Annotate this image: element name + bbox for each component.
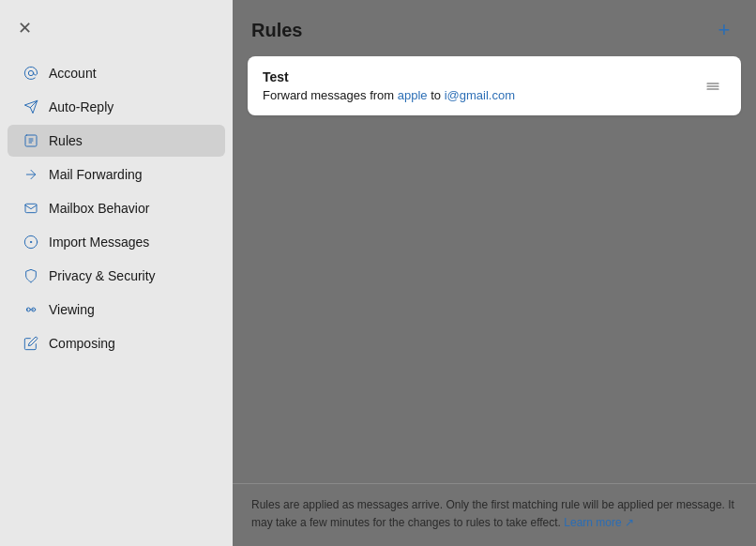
- sidebar-label-privacy-security: Privacy & Security: [49, 268, 156, 283]
- sidebar-item-rules[interactable]: Rules: [8, 125, 225, 157]
- mailbox-icon: [23, 200, 39, 217]
- sidebar-label-composing: Composing: [49, 336, 115, 351]
- sidebar-item-account[interactable]: Account: [8, 57, 225, 89]
- send-icon: [23, 99, 39, 115]
- footer-text: Rules are applied as messages arrive. On…: [251, 498, 734, 529]
- main-footer: Rules are applied as messages arrive. On…: [233, 483, 756, 546]
- rule-desc-middle: to: [428, 88, 441, 102]
- main-panel: Rules + Test Forward messages from apple…: [233, 0, 756, 546]
- sidebar-item-privacy-security[interactable]: Privacy & Security: [8, 260, 225, 292]
- main-header: Rules +: [233, 0, 756, 56]
- page-title: Rules: [251, 20, 302, 41]
- at-icon: [23, 65, 39, 82]
- sidebar-item-viewing[interactable]: Viewing: [8, 294, 225, 326]
- learn-more-link[interactable]: Learn more ↗: [564, 516, 634, 529]
- sidebar-label-account: Account: [49, 66, 97, 81]
- rule-email-link[interactable]: i@gmail.com: [445, 88, 515, 102]
- sidebar-item-auto-reply[interactable]: Auto-Reply: [8, 91, 225, 123]
- rule-desc-prefix: Forward messages from: [263, 88, 398, 102]
- sidebar-item-mail-forwarding[interactable]: Mail Forwarding: [8, 159, 225, 190]
- rule-menu-button[interactable]: [700, 73, 726, 99]
- composing-icon: [23, 335, 39, 352]
- sidebar-label-import-messages: Import Messages: [49, 235, 149, 250]
- rule-name: Test: [263, 69, 700, 84]
- forward-icon: [23, 166, 39, 183]
- sidebar-label-auto-reply: Auto-Reply: [49, 99, 113, 114]
- rule-info: Test Forward messages from apple to i@gm…: [263, 69, 700, 102]
- svg-point-3: [30, 241, 31, 242]
- privacy-icon: [23, 267, 39, 284]
- rules-icon: [23, 132, 39, 149]
- sidebar-item-composing[interactable]: Composing: [8, 327, 225, 359]
- sidebar-label-viewing: Viewing: [49, 302, 95, 317]
- sidebar-label-mailbox-behavior: Mailbox Behavior: [49, 201, 149, 216]
- close-button[interactable]: ✕: [11, 15, 38, 41]
- rule-description: Forward messages from apple to i@gmail.c…: [263, 88, 700, 102]
- rule-card: Test Forward messages from apple to i@gm…: [248, 56, 741, 115]
- rules-list: Test Forward messages from apple to i@gm…: [233, 56, 756, 483]
- sidebar: ✕ Account Auto-Reply Rules Mail Forwardi…: [0, 0, 233, 546]
- viewing-icon: [23, 301, 39, 318]
- rule-condition-link[interactable]: apple: [398, 88, 428, 102]
- sidebar-label-mail-forwarding: Mail Forwarding: [49, 167, 143, 182]
- import-icon: [23, 234, 39, 250]
- footer-description: Rules are applied as messages arrive. On…: [251, 498, 734, 529]
- sidebar-item-mailbox-behavior[interactable]: Mailbox Behavior: [8, 192, 225, 224]
- svg-point-0: [28, 70, 33, 75]
- sidebar-item-import-messages[interactable]: Import Messages: [8, 226, 225, 258]
- sidebar-label-rules: Rules: [49, 133, 83, 148]
- add-rule-button[interactable]: +: [711, 17, 737, 43]
